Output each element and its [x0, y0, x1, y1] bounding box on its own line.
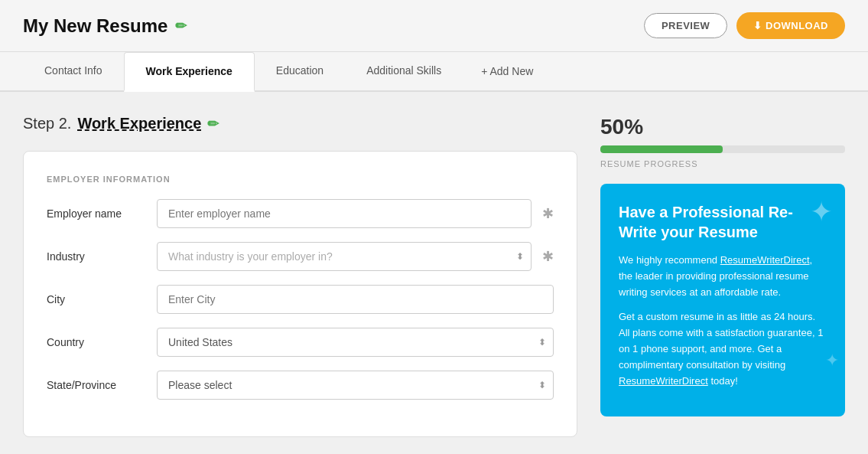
promo-link2[interactable]: ResumeWriterDirect: [619, 375, 708, 387]
right-panel: 50% RESUME PROGRESS ✦ ✦ Have a Professio…: [600, 115, 845, 437]
tabs-bar: Contact Info Work Experience Education A…: [0, 52, 868, 92]
employer-name-label: Employer name: [47, 207, 146, 220]
sparkle2-icon: ✦: [825, 351, 839, 371]
promo-text1-part1: We highly recommend: [619, 254, 720, 266]
tab-work-experience[interactable]: Work Experience: [124, 52, 255, 92]
tab-education[interactable]: Education: [255, 52, 345, 92]
country-label: Country: [47, 336, 146, 348]
industry-label: Industry: [47, 250, 146, 263]
employer-name-input[interactable]: [157, 199, 532, 228]
step-title: Step 2. Work Experience ✏: [23, 115, 577, 132]
tab-add-new[interactable]: + Add New: [463, 52, 551, 92]
promo-card: ✦ ✦ Have a Professional Re-Write your Re…: [600, 184, 845, 416]
country-select-wrapper: United States Canada United Kingdom Aust…: [157, 328, 554, 357]
step-title-text: Work Experience: [77, 115, 201, 132]
employer-section: EMPLOYER INFORMATION Employer name ✱ Ind…: [23, 151, 577, 437]
download-button[interactable]: ⬇ DOWNLOAD: [736, 12, 845, 39]
preview-button[interactable]: PREVIEW: [644, 13, 727, 38]
promo-text-1: We highly recommend ResumeWriterDirect, …: [619, 253, 827, 300]
progress-bar-fill: [600, 145, 723, 153]
main-content: Step 2. Work Experience ✏ EMPLOYER INFOR…: [0, 92, 868, 454]
resume-title: My New Resume: [23, 15, 167, 37]
title-edit-icon[interactable]: ✏: [175, 18, 187, 34]
industry-required: ✱: [542, 248, 554, 265]
tab-contact-info[interactable]: Contact Info: [23, 52, 124, 92]
progress-bar-container: [600, 145, 845, 153]
industry-select[interactable]: What industry is your employer in? Techn…: [157, 242, 532, 271]
industry-row: Industry What industry is your employer …: [47, 242, 554, 271]
progress-percent: 50%: [600, 115, 845, 139]
promo-title: Have a Professional Re-Write your Resume: [619, 202, 827, 242]
state-row: State/Province Please select Alabama Ala…: [47, 371, 554, 400]
left-panel: Step 2. Work Experience ✏ EMPLOYER INFOR…: [23, 115, 577, 437]
header: My New Resume ✏ PREVIEW ⬇ DOWNLOAD: [0, 0, 868, 52]
state-select[interactable]: Please select Alabama Alaska California …: [157, 371, 554, 400]
progress-label: RESUME PROGRESS: [600, 159, 845, 168]
state-select-wrapper: Please select Alabama Alaska California …: [157, 371, 554, 400]
country-select[interactable]: United States Canada United Kingdom Aust…: [157, 328, 554, 357]
city-row: City: [47, 285, 554, 314]
resume-title-container: My New Resume ✏: [23, 15, 187, 37]
industry-select-wrapper: What industry is your employer in? Techn…: [157, 242, 532, 271]
sparkle-icon: ✦: [810, 196, 833, 228]
country-row: Country United States Canada United King…: [47, 328, 554, 357]
promo-text-2: Get a custom resume in as little as 24 h…: [619, 309, 827, 389]
tab-additional-skills[interactable]: Additional Skills: [345, 52, 463, 92]
promo-link1[interactable]: ResumeWriterDirect: [720, 254, 810, 266]
city-input[interactable]: [157, 285, 554, 314]
city-label: City: [47, 293, 146, 305]
progress-section: 50% RESUME PROGRESS: [600, 115, 845, 168]
promo-text2-part1: Get a custom resume in as little as 24 h…: [619, 311, 823, 370]
promo-text2-part2: today!: [708, 375, 738, 387]
step-number: Step 2.: [23, 115, 71, 132]
employer-name-row: Employer name ✱: [47, 199, 554, 228]
step-edit-icon[interactable]: ✏: [207, 116, 219, 132]
section-heading: EMPLOYER INFORMATION: [47, 175, 554, 184]
header-buttons: PREVIEW ⬇ DOWNLOAD: [644, 12, 845, 39]
employer-name-required: ✱: [542, 205, 554, 222]
state-label: State/Province: [47, 379, 146, 391]
